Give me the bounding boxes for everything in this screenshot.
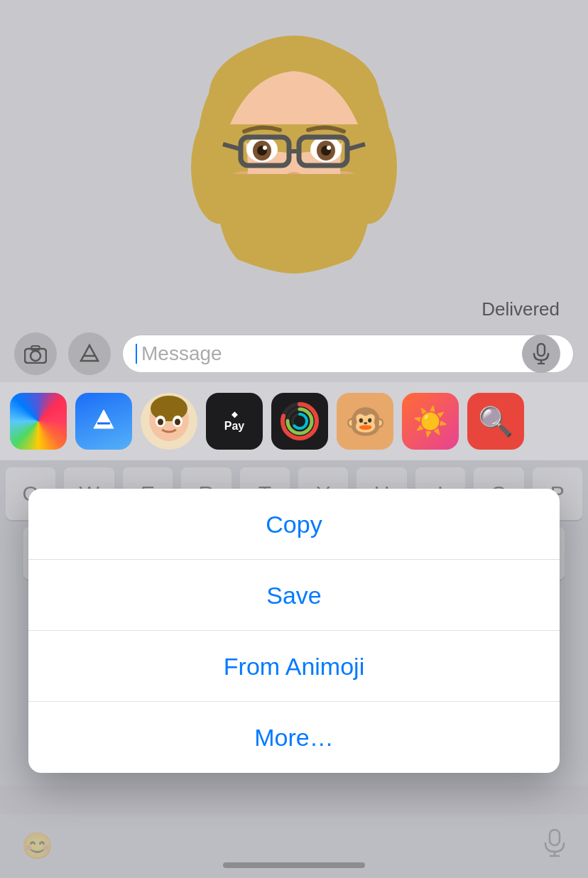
app-icon-applepay[interactable]: ◆ Pay [206, 393, 263, 450]
context-menu: Copy Save From Animoji More… [28, 489, 560, 773]
svg-point-12 [263, 146, 267, 150]
app-icon-activity[interactable] [271, 393, 328, 450]
svg-point-24 [31, 351, 40, 361]
app-icon-web[interactable]: 🔍 [467, 393, 524, 450]
svg-point-36 [158, 419, 163, 426]
animoji-message [0, 0, 588, 305]
app-icon-memoji[interactable] [141, 393, 197, 450]
svg-rect-27 [538, 344, 545, 356]
camera-button[interactable] [14, 332, 57, 375]
svg-point-13 [327, 146, 331, 150]
svg-point-37 [175, 419, 180, 426]
app-icon-row: ◆ Pay 🐵 ☀️ 🔍 [0, 382, 588, 460]
audio-button[interactable] [522, 335, 560, 373]
svg-point-33 [151, 396, 187, 421]
message-input[interactable]: Message [122, 335, 574, 373]
app-icon-appstore[interactable] [75, 393, 132, 450]
context-menu-save[interactable]: Save [28, 560, 560, 631]
context-menu-more[interactable]: More… [28, 702, 560, 773]
appstore-button[interactable] [68, 332, 111, 375]
delivered-status: Delivered [481, 298, 560, 320]
input-bar: Message [0, 325, 588, 382]
app-icon-fire[interactable]: ☀️ [402, 393, 459, 450]
app-icon-photos[interactable] [10, 393, 67, 450]
text-cursor [136, 344, 137, 364]
app-icon-monkey[interactable]: 🐵 [337, 393, 393, 450]
context-menu-copy[interactable]: Copy [28, 489, 560, 560]
animoji-face [180, 32, 408, 273]
message-placeholder: Message [141, 342, 522, 365]
context-menu-from-animoji[interactable]: From Animoji [28, 631, 560, 702]
